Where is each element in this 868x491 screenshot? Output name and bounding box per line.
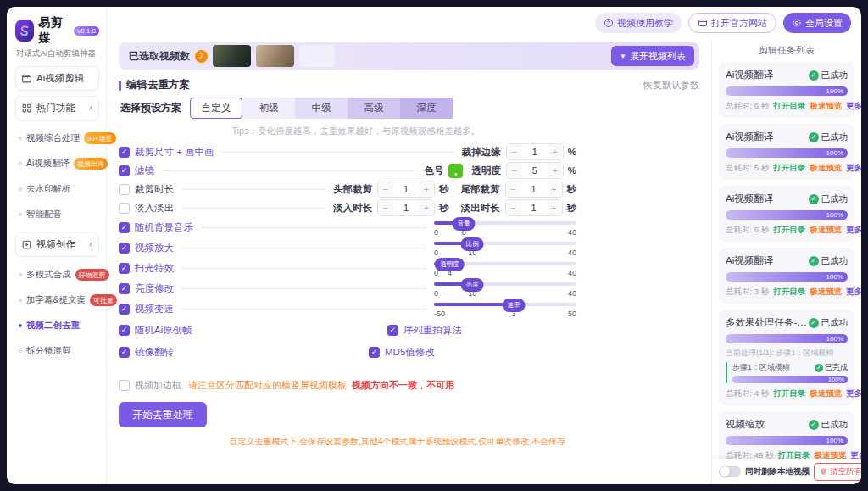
preset-tab-beginner[interactable]: 初级 <box>242 98 295 119</box>
more-actions-link[interactable]: 更多操作∨ <box>846 101 861 112</box>
sidebar-item-split-mix[interactable]: 拆分镜混剪 <box>15 338 99 364</box>
more-videos-pill[interactable]: ··· <box>299 45 335 67</box>
fade-in-stepper: − 1 + <box>377 199 435 216</box>
checkbox-ai-frame[interactable]: ✓ <box>119 325 130 336</box>
option-row-brightness: ✓ 亮度修改 亮度 01040 <box>119 278 576 299</box>
delete-local-toggle[interactable] <box>719 466 741 477</box>
task-status: ✓已成功 <box>809 193 849 205</box>
sidebar-item-multi-compose[interactable]: 多模式合成 好物混剪 <box>15 262 99 287</box>
color-swatch[interactable]: ▾ <box>448 164 463 178</box>
bullet-icon <box>19 187 22 191</box>
task-card: Ai视频翻译 ✓已成功 100% 总耗时: 6 秒 打开目录 极速预览 更多操作… <box>719 62 854 118</box>
grid-icon <box>21 103 32 114</box>
stepper-value[interactable]: 5 <box>522 165 548 176</box>
stepper-minus-button[interactable]: − <box>378 200 393 215</box>
sidebar-item-hot[interactable]: 热门功能 ∧ <box>15 96 99 120</box>
stepper-minus-button[interactable]: − <box>506 181 521 197</box>
quick-preview-link[interactable]: 极速预览 <box>810 225 842 236</box>
clear-all-tasks-button[interactable]: 清空所有任务 <box>814 463 861 481</box>
stepper-value[interactable]: 1 <box>521 184 547 194</box>
sidebar-item-create[interactable]: 视频创作 ∧ <box>15 232 99 257</box>
open-directory-link[interactable]: 打开目录 <box>773 225 805 236</box>
tutorial-button[interactable]: 视频使用教学 <box>595 13 682 33</box>
sidebar-item-ai-voice[interactable]: 智能配音 <box>15 202 99 227</box>
task-substep: 步骤1：区域模糊 ✓已完成 100% <box>726 362 848 383</box>
reset-defaults-link[interactable]: 恢复默认参数 <box>643 79 699 92</box>
quick-preview-link[interactable]: 极速预览 <box>810 388 842 399</box>
preset-tab-custom[interactable]: 自定义 <box>190 98 242 119</box>
app-window: 易剪媒 v0.1.8 对话式Ai自动剪辑神器 Ai视频剪辑 热门功能 ∧ 视频综… <box>7 7 861 484</box>
stepper-minus-button[interactable]: − <box>378 181 393 197</box>
expand-video-list-button[interactable]: ▼ 展开视频列表 <box>611 46 694 66</box>
sidebar-item-label: 去水印解析 <box>26 183 71 195</box>
checkbox-speed[interactable]: ✓ <box>119 304 130 315</box>
checkbox-sequence[interactable]: ✓ <box>387 325 398 336</box>
slider-track[interactable]: 透明度 <box>434 262 576 265</box>
slider-track[interactable]: 速率 <box>434 303 576 306</box>
stepper-value[interactable]: 1 <box>522 147 548 157</box>
quick-preview-link[interactable]: 极速预览 <box>810 101 842 112</box>
task-name: Ai视频翻译 <box>726 254 773 267</box>
sidebar-item-ai-edit[interactable]: Ai视频剪辑 <box>15 66 99 91</box>
sidebar-item-ai-translate[interactable]: Ai视频翻译 视频出海 <box>15 151 99 176</box>
quick-preview-link[interactable]: 极速预览 <box>810 287 842 298</box>
sidebar-item-video-process[interactable]: 视频综合处理 30+场景 <box>15 126 99 151</box>
stepper-minus-button[interactable]: − <box>507 163 522 178</box>
success-check-icon: ✓ <box>809 70 819 81</box>
stepper-plus-button[interactable]: + <box>419 181 434 197</box>
checkbox-brightness[interactable]: ✓ <box>119 283 130 294</box>
stepper-value[interactable]: 1 <box>393 203 419 213</box>
more-actions-link[interactable]: 更多操作∨ <box>846 163 861 174</box>
preset-tab-middle[interactable]: 中级 <box>295 98 348 119</box>
checkbox-lightsweep[interactable]: ✓ <box>119 263 130 274</box>
option-row-ai-frame: ✓ 随机Ai原创帧 ✓ 序列重拍算法 <box>119 319 576 341</box>
slider-track[interactable]: 亮度 <box>434 282 576 286</box>
stepper-value[interactable]: 1 <box>393 184 419 194</box>
sidebar-item-watermark[interactable]: 去水印解析 <box>15 176 99 202</box>
stepper-plus-button[interactable]: + <box>548 144 563 159</box>
stepper-value[interactable]: 1 <box>521 203 547 213</box>
option-row-mirror: ✓ 镜像翻转 ✓ MD5值修改 <box>119 341 576 363</box>
open-directory-link[interactable]: 打开目录 <box>773 388 805 399</box>
open-directory-link[interactable]: 打开目录 <box>773 163 805 174</box>
stepper-minus-button[interactable]: − <box>506 200 521 215</box>
quick-preview-link[interactable]: 极速预览 <box>810 163 842 174</box>
checkbox-filter[interactable]: ✓ <box>119 165 130 176</box>
website-button[interactable]: 打开官方网站 <box>688 13 776 33</box>
sidebar-item-dedup[interactable]: 视频二创去重 <box>15 313 99 338</box>
fade-out-stepper: − 1 + <box>505 199 563 216</box>
stepper-plus-button[interactable]: + <box>547 181 562 197</box>
task-name: Ai视频翻译 <box>726 192 773 205</box>
slider-track[interactable]: 比例 <box>434 242 576 245</box>
sidebar-item-subtitle-copy[interactable]: 加字幕&提文案 可批量 <box>15 287 99 313</box>
stepper-plus-button[interactable]: + <box>419 200 434 215</box>
footnote-text: 自定义去重模式下,会保存设置参数,其他4个模式属于系统预设模式,仅可单次修改,不… <box>119 436 676 448</box>
stepper-minus-button[interactable]: − <box>507 144 522 159</box>
start-dedup-button[interactable]: 开始去重处理 <box>119 402 207 427</box>
checkbox-fade[interactable] <box>119 203 130 214</box>
preset-tab-deep[interactable]: 深度 <box>400 98 453 119</box>
checkbox-zoom[interactable]: ✓ <box>119 243 130 254</box>
open-directory-link[interactable]: 打开目录 <box>773 287 805 298</box>
stepper-plus-button[interactable]: + <box>547 200 562 215</box>
more-actions-link[interactable]: 更多操作∨ <box>846 225 861 236</box>
checkbox-crop[interactable]: ✓ <box>119 147 130 158</box>
checkbox-trim[interactable] <box>119 184 130 195</box>
more-actions-link[interactable]: 更多操作∨ <box>846 287 861 298</box>
slider-track[interactable]: 音量 <box>434 221 576 225</box>
stepper-plus-button[interactable]: + <box>548 163 563 178</box>
checkbox-border[interactable] <box>119 380 130 391</box>
preset-tab-advanced[interactable]: 高级 <box>348 98 400 119</box>
checkbox-mirror[interactable]: ✓ <box>119 347 130 358</box>
trim-head-stepper: − 1 + <box>377 181 435 198</box>
brand-slogan: 对话式Ai自动剪辑神器 <box>16 48 99 59</box>
more-actions-link[interactable]: 更多操作∨ <box>846 388 861 399</box>
control-label: 尾部裁剪 <box>461 183 500 196</box>
open-directory-link[interactable]: 打开目录 <box>773 101 805 112</box>
gear-icon <box>792 18 802 28</box>
option-label: 视频放大 <box>135 242 174 254</box>
dotted-leader <box>182 268 426 269</box>
checkbox-md5[interactable]: ✓ <box>369 347 380 358</box>
settings-button[interactable]: 全局设置 <box>783 13 851 33</box>
checkbox-bgm[interactable]: ✓ <box>119 222 130 233</box>
